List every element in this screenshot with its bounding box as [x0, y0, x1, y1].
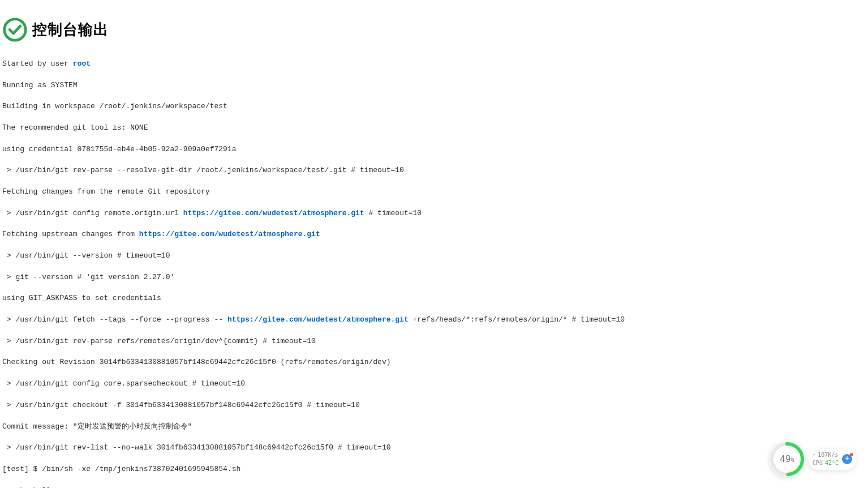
- console-line: Building in workspace /root/.jenkins/wor…: [2, 101, 866, 112]
- text: > /usr/bin/git config remote.origin.url: [2, 209, 183, 217]
- system-monitor-widget[interactable]: 49% ↑ 107K/s CPU 42°C +: [770, 442, 857, 477]
- console-line: > /usr/bin/git rev-list --no-walk 3014fb…: [2, 443, 866, 453]
- text: Fetching upstream changes from: [2, 230, 139, 238]
- text: +refs/heads/*:refs/remotes/origin/* # ti…: [409, 315, 625, 324]
- cpu-row: CPU 42°C: [813, 459, 839, 468]
- cpu-label: CPU: [813, 459, 823, 468]
- console-line: Commit message: "定时发送预警的小时反向控制命令": [2, 422, 866, 433]
- console-line: > /usr/bin/git config remote.origin.url …: [2, 208, 866, 219]
- page-title: 控制台输出: [32, 19, 109, 41]
- repo-link[interactable]: https://gitee.com/wudetest/atmosphere.gi…: [139, 230, 320, 238]
- percent-unit: %: [790, 457, 794, 463]
- console-line: Started by user root: [2, 59, 866, 70]
- upload-speed: 107K/s: [818, 451, 838, 460]
- cpu-percent: 49%: [780, 452, 794, 465]
- console-line: + echo hello: [2, 486, 866, 488]
- console-line: Fetching upstream changes from https://g…: [2, 229, 866, 240]
- text: Started by user: [2, 59, 73, 68]
- console-header: 控制台输出: [0, 0, 868, 48]
- cpu-temp: 42°C: [825, 459, 839, 468]
- console-line: using GIT_ASKPASS to set credentials: [2, 293, 866, 304]
- console-line: [test] $ /bin/sh -xe /tmp/jenkins7387024…: [2, 464, 866, 475]
- console-line: > /usr/bin/git fetch --tags --force --pr…: [2, 315, 866, 326]
- arrow-up-icon: ↑: [813, 451, 815, 459]
- console-output: Started by user root Running as SYSTEM B…: [0, 48, 868, 488]
- user-link[interactable]: root: [73, 59, 91, 68]
- cpu-usage-circle[interactable]: 49%: [770, 442, 805, 477]
- console-line: > /usr/bin/git rev-parse --resolve-git-d…: [2, 165, 866, 176]
- console-line: Checking out Revision 3014fb633413088105…: [2, 357, 866, 368]
- repo-link[interactable]: https://gitee.com/wudetest/atmosphere.gi…: [183, 209, 364, 217]
- repo-link[interactable]: https://gitee.com/wudetest/atmosphere.gi…: [227, 315, 409, 324]
- console-line: using credential 0781755d-eb4e-4b05-92a2…: [2, 144, 866, 155]
- console-line: Fetching changes from the remote Git rep…: [2, 187, 866, 198]
- text: # timeout=10: [364, 209, 422, 217]
- console-line: > /usr/bin/git rev-parse refs/remotes/or…: [2, 336, 866, 347]
- console-line: > git --version # 'git version 2.27.0': [2, 272, 866, 283]
- stats: ↑ 107K/s CPU 42°C: [813, 451, 839, 468]
- system-info-pill[interactable]: ↑ 107K/s CPU 42°C +: [808, 449, 857, 470]
- svg-point-0: [5, 19, 26, 41]
- percent-value: 49: [780, 453, 790, 464]
- upload-row: ↑ 107K/s: [813, 451, 839, 460]
- expand-button[interactable]: +: [842, 454, 852, 464]
- console-line: The recommended git tool is: NONE: [2, 123, 866, 134]
- console-line: > /usr/bin/git checkout -f 3014fb6334130…: [2, 400, 866, 411]
- console-line: > /usr/bin/git --version # timeout=10: [2, 251, 866, 262]
- checkmark-circle-icon: [2, 17, 28, 42]
- console-line: > /usr/bin/git config core.sparsecheckou…: [2, 379, 866, 389]
- console-line: Running as SYSTEM: [2, 80, 866, 91]
- text: > /usr/bin/git fetch --tags --force --pr…: [2, 315, 227, 324]
